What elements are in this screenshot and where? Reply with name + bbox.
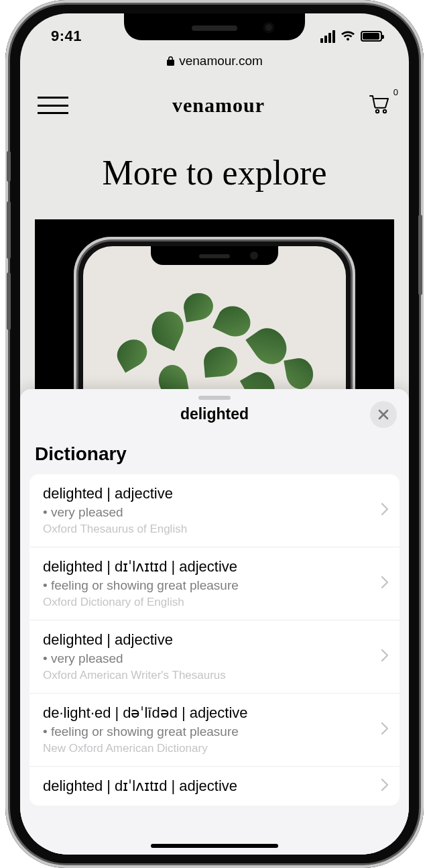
volume-down-button [7, 272, 11, 330]
entry-heading: de·light·ed|dəˈlīdəd|adjective [43, 704, 366, 722]
close-button[interactable] [370, 401, 397, 428]
wifi-icon [341, 30, 355, 42]
chevron-right-icon [381, 502, 389, 519]
dictionary-entry[interactable]: delighted|adjective• very pleasedOxford … [29, 474, 400, 547]
dictionary-entry[interactable]: delighted|adjective• very pleasedOxford … [29, 620, 400, 694]
entry-heading: delighted|adjective [43, 631, 366, 649]
chevron-right-icon [381, 649, 389, 665]
volume-up-button [7, 201, 11, 259]
silence-switch [7, 151, 11, 182]
address-bar[interactable]: venamour.com [20, 54, 409, 68]
sheet-grabber[interactable] [198, 396, 231, 400]
chevron-right-icon [381, 778, 389, 794]
cart-button[interactable]: 0 [369, 94, 391, 117]
lock-icon [166, 56, 175, 66]
entry-definition: • very pleased [43, 505, 366, 520]
phone-chassis: 9:41 venamour.com [5, 0, 424, 868]
dictionary-entry[interactable]: de·light·ed|dəˈlīdəd|adjective• feeling … [29, 694, 400, 767]
dictionary-card: delighted|adjective• very pleasedOxford … [29, 474, 400, 806]
power-button [418, 215, 422, 295]
home-indicator[interactable] [151, 844, 278, 848]
cart-count: 0 [393, 87, 398, 97]
hero-title: More to explore [20, 153, 409, 193]
entry-source: Oxford Thesaurus of English [43, 523, 366, 536]
entry-definition: • feeling or showing great pleasure [43, 578, 366, 593]
close-icon [377, 409, 389, 421]
address-domain: venamour.com [179, 54, 263, 68]
entry-heading: delighted|dɪˈlʌɪtɪd|adjective [43, 777, 366, 795]
entry-definition: • feeling or showing great pleasure [43, 724, 366, 739]
chevron-right-icon [381, 576, 389, 592]
dictionary-entry[interactable]: delighted|dɪˈlʌɪtɪd|adjective [29, 767, 400, 806]
entry-source: Oxford American Writer's Thesaurus [43, 669, 366, 682]
phone-screen: 9:41 venamour.com [20, 13, 409, 855]
status-time: 9:41 [51, 28, 82, 45]
entry-heading: delighted|dɪˈlʌɪtɪd|adjective [43, 558, 366, 576]
entry-heading: delighted|adjective [43, 485, 366, 502]
battery-icon [361, 31, 382, 42]
entry-source: New Oxford American Dictionary [43, 742, 366, 755]
status-bar: 9:41 [20, 13, 409, 50]
lookup-sheet[interactable]: delighted Dictionary delighted|adjective… [20, 389, 409, 855]
section-title: Dictionary [20, 438, 409, 474]
entry-definition: • very pleased [43, 651, 366, 666]
menu-button[interactable] [38, 97, 68, 114]
svg-point-0 [376, 110, 379, 113]
svg-point-1 [383, 110, 386, 113]
entry-source: Oxford Dictionary of English [43, 596, 366, 609]
dictionary-entry[interactable]: delighted|dɪˈlʌɪtɪd|adjective• feeling o… [29, 547, 400, 620]
lookup-word: delighted [20, 405, 409, 423]
site-logo[interactable]: venamour [172, 94, 265, 117]
cart-icon [369, 94, 391, 114]
chevron-right-icon [381, 722, 389, 738]
cellular-icon [320, 30, 335, 43]
